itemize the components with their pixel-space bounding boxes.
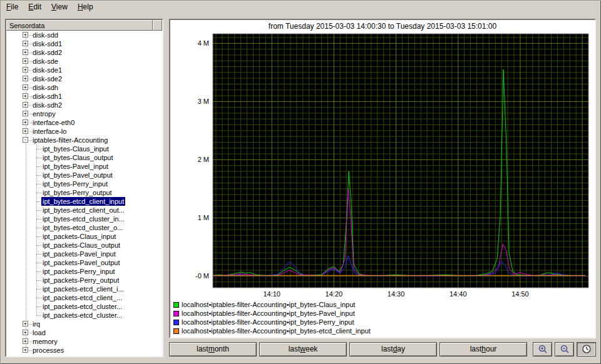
expand-plus-icon[interactable]: +: [23, 347, 28, 353]
tree-item[interactable]: ipt_bytes-Claus_output: [6, 153, 162, 162]
expand-plus-icon[interactable]: +: [23, 41, 28, 46]
tree-item[interactable]: ipt_bytes-Claus_input: [6, 144, 162, 153]
tree-item-label[interactable]: ipt_packets-Claus_output: [41, 241, 121, 250]
tree-item[interactable]: ipt_packets-etcd_cluster...: [6, 302, 162, 311]
tree-item[interactable]: ipt_bytes-Perry_output: [6, 188, 162, 197]
tree-item-label[interactable]: disk-sdh1: [31, 92, 63, 101]
tree-item[interactable]: ipt_packets-Pavel_input: [6, 250, 162, 258]
tree-item[interactable]: ipt_bytes-Perry_input: [6, 179, 162, 188]
last-week-button[interactable]: last week: [259, 342, 347, 356]
tree-item-label[interactable]: ipt_bytes-etcd_client_out...: [41, 206, 126, 215]
tree-item[interactable]: ipt_packets-Claus_input: [6, 232, 162, 241]
tree-item-label[interactable]: disk-sdd1: [31, 39, 63, 48]
expand-plus-icon[interactable]: +: [23, 58, 28, 64]
tree-item-label[interactable]: ipt_bytes-etcd_cluster_in...: [41, 215, 126, 223]
chart-canvas[interactable]: 4 M3 M2 M1 M-0 M14:1014:2014:3014:4014:5…: [170, 20, 595, 299]
tree-item-label[interactable]: ipt_packets-Perry_input: [41, 267, 116, 276]
tree-item[interactable]: +irq: [6, 320, 162, 328]
tree-item-label[interactable]: ipt_packets-etcd_client_...: [41, 293, 123, 302]
expand-plus-icon[interactable]: +: [23, 338, 28, 344]
menu-help[interactable]: Help: [73, 1, 98, 13]
tree-item[interactable]: ipt_bytes-Pavel_output: [6, 171, 162, 179]
expand-plus-icon[interactable]: +: [23, 49, 28, 55]
tree-item-label[interactable]: entropy: [31, 109, 57, 118]
tree-item-label[interactable]: disk-sde2: [31, 74, 63, 83]
tree-item-label[interactable]: load: [31, 328, 47, 337]
zoom-in-button[interactable]: [533, 342, 552, 356]
tree-item-label[interactable]: disk-sde1: [31, 66, 63, 74]
expand-plus-icon[interactable]: +: [23, 111, 28, 116]
expand-plus-icon[interactable]: +: [23, 128, 28, 134]
tree-item-label[interactable]: ipt_bytes-Perry_output: [41, 188, 113, 197]
tree-item[interactable]: ipt_packets-Pavel_output: [6, 258, 162, 267]
tree-item-label[interactable]: disk-sdh2: [31, 101, 63, 109]
tree-item[interactable]: +disk-sdh1: [6, 92, 162, 101]
tree-item[interactable]: +interface-eth0: [6, 118, 162, 127]
menu-edit[interactable]: Edit: [23, 1, 46, 13]
tree-item[interactable]: +disk-sde2: [6, 74, 162, 83]
expand-plus-icon[interactable]: +: [23, 330, 28, 335]
tree-item[interactable]: +disk-sdd1: [6, 39, 162, 48]
tree-item[interactable]: +disk-sdh: [6, 83, 162, 92]
tree-item[interactable]: ipt_bytes-etcd_client_out...: [6, 206, 162, 215]
tree-item-label[interactable]: memory: [31, 337, 59, 346]
auto-update-button[interactable]: [577, 342, 596, 356]
tree-item[interactable]: ipt_bytes-etcd_cluster_in...: [6, 215, 162, 223]
tree-item-label[interactable]: ipt_packets-Claus_input: [41, 232, 117, 241]
tree-item-label[interactable]: ipt_packets-etcd_client_i...: [41, 285, 125, 293]
expand-plus-icon[interactable]: +: [23, 102, 28, 108]
tree-item-label[interactable]: ipt_bytes-Pavel_output: [41, 171, 114, 179]
expand-plus-icon[interactable]: +: [23, 67, 28, 73]
tree-item-label[interactable]: iptables-filter-Accounting: [31, 136, 109, 144]
splitter[interactable]: [163, 19, 169, 357]
tree-item[interactable]: ipt_packets-etcd_client_...: [6, 293, 162, 302]
tree-item[interactable]: ipt_bytes-Pavel_input: [6, 162, 162, 171]
expand-plus-icon[interactable]: +: [23, 321, 28, 326]
tree-item-label[interactable]: ipt_packets-etcd_cluster...: [41, 311, 123, 320]
tree-item[interactable]: +disk-sde1: [6, 66, 162, 74]
tree-item-label[interactable]: ipt_packets-etcd_cluster...: [41, 302, 123, 311]
expand-plus-icon[interactable]: +: [23, 76, 28, 81]
tree-item[interactable]: +memory: [6, 337, 162, 346]
zoom-out-button[interactable]: [555, 342, 574, 356]
tree-item[interactable]: +disk-sdd: [6, 31, 162, 39]
tree-item-label[interactable]: disk-sde: [31, 57, 59, 66]
menu-file[interactable]: File: [1, 1, 23, 13]
tree-item-label[interactable]: processes: [31, 346, 65, 355]
tree-item[interactable]: +interface-lo: [6, 127, 162, 136]
tree-item[interactable]: +disk-sdd2: [6, 48, 162, 57]
expand-plus-icon[interactable]: +: [23, 119, 28, 125]
tree-item[interactable]: ipt_packets-Perry_input: [6, 267, 162, 276]
tree-item[interactable]: ipt_packets-Claus_output: [6, 241, 162, 250]
tree-item[interactable]: ipt_packets-etcd_client_i...: [6, 285, 162, 293]
tree-item[interactable]: ipt_packets-etcd_cluster...: [6, 311, 162, 320]
tree-item[interactable]: -iptables-filter-Accounting: [6, 136, 162, 144]
tree-item[interactable]: ipt_packets-Perry_output: [6, 276, 162, 285]
tree-item[interactable]: +disk-sdh2: [6, 101, 162, 109]
tree-item-label[interactable]: ipt_bytes-etcd_cluster_o...: [41, 223, 124, 232]
tree-item-label[interactable]: ipt_bytes-Claus_output: [41, 153, 115, 162]
tree-item[interactable]: +disk-sde: [6, 57, 162, 66]
tree-item-label[interactable]: ipt_bytes-Perry_input: [41, 179, 109, 188]
tree-item[interactable]: ipt_bytes-etcd_cluster_o...: [6, 223, 162, 232]
tree-item-label[interactable]: disk-sdh: [31, 83, 59, 92]
tree-item-label[interactable]: ipt_packets-Pavel_output: [41, 258, 121, 267]
tree-item[interactable]: ipt_bytes-etcd_client_input: [6, 197, 162, 206]
tree-item-label[interactable]: disk-sdd2: [31, 48, 63, 57]
tree-item-label[interactable]: irq: [31, 320, 41, 328]
menu-view[interactable]: View: [46, 1, 73, 13]
tree-item-label-selected[interactable]: ipt_bytes-etcd_client_input: [41, 197, 125, 206]
collapse-minus-icon[interactable]: -: [23, 137, 28, 143]
expand-plus-icon[interactable]: +: [23, 32, 28, 38]
tree-item[interactable]: +processes: [6, 346, 162, 355]
tree-item-label[interactable]: interface-eth0: [31, 118, 76, 127]
tree-item[interactable]: +entropy: [6, 109, 162, 118]
tree-item-label[interactable]: ipt_bytes-Pavel_input: [41, 162, 110, 171]
tree-item[interactable]: +load: [6, 328, 162, 337]
tree-item-label[interactable]: disk-sdd: [31, 31, 59, 39]
tree-item-label[interactable]: ipt_bytes-Claus_input: [41, 144, 110, 153]
expand-plus-icon[interactable]: +: [23, 84, 28, 90]
tree-header-label[interactable]: Sensordata: [6, 20, 153, 31]
expand-plus-icon[interactable]: +: [23, 93, 28, 99]
tree-item-label[interactable]: ipt_packets-Pavel_input: [41, 250, 117, 258]
